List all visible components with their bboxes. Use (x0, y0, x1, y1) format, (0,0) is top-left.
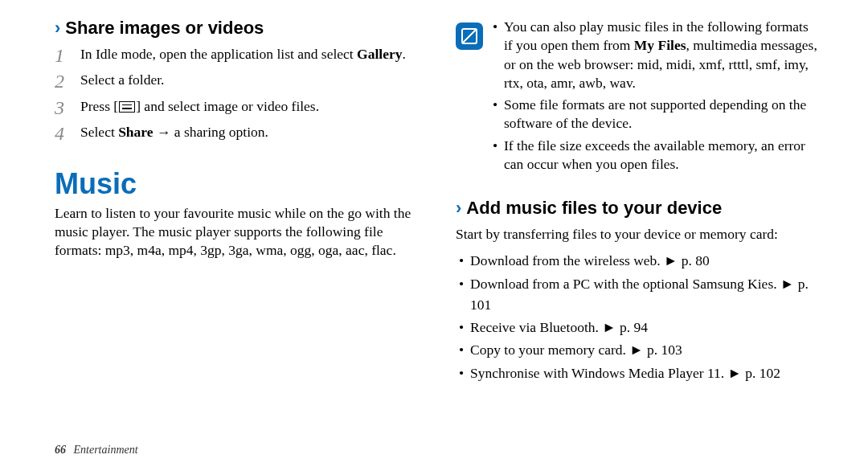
step-text: Select a folder. (80, 71, 419, 90)
step-number: 3 (55, 97, 77, 118)
list-item: Download from a PC with the optional Sam… (456, 273, 820, 316)
step-number: 4 (55, 123, 77, 144)
page-number: 66 (55, 444, 66, 456)
note-box: You can also play music files in the fol… (456, 18, 820, 177)
step-text: In Idle mode, open the application list … (80, 45, 419, 64)
step-text: Press [] and select image or video files… (80, 97, 419, 117)
note-icon (456, 23, 483, 50)
step-number: 2 (55, 71, 77, 92)
share-heading-text: Share images or videos (65, 18, 264, 39)
add-music-heading: › Add music files to your device (456, 198, 820, 219)
chevron-right-icon: › (456, 198, 461, 219)
step-3: 3 Press [] and select image or video fil… (55, 97, 419, 118)
step-4: 4 Select Share → a sharing option. (55, 123, 419, 144)
page-footer: 66 Entertainment (55, 444, 138, 457)
share-heading: › Share images or videos (55, 18, 419, 39)
section-name: Entertainment (74, 444, 138, 456)
list-item: Copy to your memory card. ► p. 103 (456, 339, 820, 360)
menu-icon (119, 101, 135, 113)
step-text: Select Share → a sharing option. (80, 123, 419, 142)
note-item: If the file size exceeds the available m… (493, 137, 820, 174)
list-item: Receive via Bluetooth. ► p. 94 (456, 317, 820, 338)
right-column: You can also play music files in the fol… (456, 18, 820, 385)
music-heading: Music (55, 167, 419, 201)
transfer-list: Download from the wireless web. ► p. 80 … (456, 250, 820, 383)
transfer-intro: Start by transferring files to your devi… (456, 225, 820, 244)
note-item: You can also play music files in the fol… (493, 18, 820, 92)
add-music-heading-text: Add music files to your device (466, 198, 722, 219)
chevron-right-icon: › (55, 18, 60, 39)
step-2: 2 Select a folder. (55, 71, 419, 92)
step-number: 1 (55, 45, 77, 66)
note-item: Some file formats are not supported depe… (493, 96, 820, 133)
list-item: Synchronise with Windows Media Player 11… (456, 362, 820, 383)
note-list: You can also play music files in the fol… (493, 18, 820, 177)
music-intro-paragraph: Learn to listen to your favourite music … (55, 204, 419, 260)
step-1: 1 In Idle mode, open the application lis… (55, 45, 419, 66)
list-item: Download from the wireless web. ► p. 80 (456, 250, 820, 271)
left-column: › Share images or videos 1 In Idle mode,… (55, 18, 419, 385)
share-steps: 1 In Idle mode, open the application lis… (55, 45, 419, 145)
svg-line-1 (462, 29, 477, 43)
